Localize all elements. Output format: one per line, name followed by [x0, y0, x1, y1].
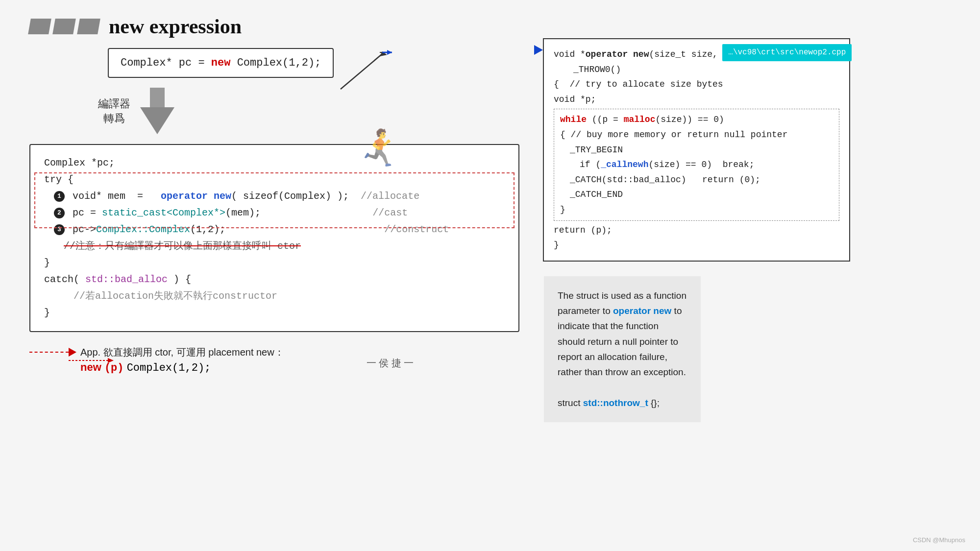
transform-line2: 轉爲 — [98, 111, 130, 126]
comment-cast: //cast — [372, 207, 408, 218]
top-code-box: Complex* pc = new Complex(1,2); — [108, 48, 334, 78]
dotted-line — [29, 352, 69, 353]
bad-alloc: std::bad_alloc — [85, 274, 168, 285]
comment-allocate: //allocate — [361, 191, 419, 202]
cw-line-8: _CATCH(std::bad_alloc) return (0); — [560, 172, 833, 188]
cw-operator-keyword: operator new — [586, 49, 649, 59]
cw-line-6: _TRY_BEGIN — [560, 143, 833, 158]
transform-section: 編譯器 轉爲 — [98, 88, 519, 134]
placement-line2: new (p) Complex(1,2); — [80, 361, 284, 374]
code-line-9: //若allocation失敗就不執行constructor — [44, 288, 505, 305]
icon-block-1 — [28, 19, 51, 34]
transform-label: 編譯器 轉爲 — [98, 96, 130, 126]
blue-arrow-right — [534, 45, 543, 55]
cw-line-2: _THROW0() — [554, 62, 839, 77]
top-code-container: Complex* pc = new Complex(1,2); — [69, 48, 519, 78]
bottom-code-box: Complex *pc; try { 1 void* mem = operato… — [29, 144, 519, 332]
placement-line1: App. 欲直接調用 ctor, 可運用 placement new： — [80, 346, 284, 359]
arrow-head-down — [140, 107, 174, 134]
cw-line-12: } — [554, 238, 839, 253]
icon-block-2 — [52, 19, 76, 34]
code-line-10: } — [44, 305, 505, 321]
top-code-text: Complex* pc = new Complex(1,2); — [121, 57, 321, 69]
decorative-icons — [29, 19, 99, 34]
circle-1: 1 — [54, 191, 65, 202]
circle-2: 2 — [54, 208, 65, 218]
while-section: while ((p = malloc(size)) == 0) { // buy… — [554, 109, 839, 220]
info-box: The struct is used as a function paramet… — [544, 276, 701, 423]
strikethrough-comment: //注意：只有編譯器才可以像上面那樣直接呼叫 ctor — [64, 240, 301, 252]
page-title: new expression — [109, 15, 242, 38]
static-cast: static_cast<Complex*> — [102, 207, 225, 218]
transform-line1: 編譯器 — [98, 96, 130, 111]
cw-line-5: { // buy more memory or return null poin… — [560, 127, 833, 143]
while-keyword: while — [560, 115, 587, 124]
page-header: new expression — [0, 0, 980, 43]
comment-construct: //construct — [384, 224, 449, 235]
left-panel: Complex* pc = new Complex(1,2); 編譯器 轉爲 C… — [29, 48, 519, 422]
code-line-8: catch( std::bad_alloc ) { — [44, 271, 505, 288]
placement-section: App. 欲直接調用 ctor, 可運用 placement new： new … — [29, 346, 519, 374]
code-line-4: 2 pc = static_cast<Complex*>(mem); //cas… — [44, 205, 505, 221]
red-dotted-arrow — [29, 348, 76, 357]
new-keyword: new — [211, 57, 231, 69]
cw-line-4: void *p; — [554, 92, 839, 107]
code-line-5: 3 pc->Complex::Complex(1,2); //construct — [44, 221, 505, 238]
new-p-keyword: new — [80, 361, 101, 373]
main-content: Complex* pc = new Complex(1,2); 編譯器 轉爲 C… — [0, 48, 980, 422]
cw-line-11: return (p); — [554, 223, 839, 238]
right-panel: …\vc98\crt\src\newop2.cpp void *operator… — [534, 38, 951, 422]
code-line-1: Complex *pc; — [44, 155, 505, 171]
circle-3: 3 — [54, 224, 65, 235]
new-p-arg: (p) — [104, 362, 124, 374]
cw-line-10: } — [560, 202, 833, 217]
icon-block-3 — [77, 19, 100, 34]
operator-new-keyword: operator new — [161, 191, 231, 202]
file-badge: …\vc98\crt\src\newop2.cpp — [722, 44, 852, 61]
complex-ctor: Complex(1,2); — [127, 362, 211, 374]
callnewh-keyword: _callnewh — [601, 160, 648, 169]
comment-alloc-fail: //若allocation失敗就不執行constructor — [74, 290, 277, 302]
cw-line-3: { // try to allocate size bytes — [554, 77, 839, 92]
code-line-7: } — [44, 255, 505, 271]
attribution: 一 侯 捷 一 — [367, 357, 414, 370]
info-text-1: The struct is used as a function paramet… — [558, 288, 687, 380]
code-line-6: //注意：只有編譯器才可以像上面那樣直接呼叫 ctor — [44, 238, 505, 255]
arrow-shaft — [150, 88, 165, 107]
arrow-right — [69, 348, 76, 357]
figure-icon: 🏃 — [358, 127, 402, 169]
info-op-new: operator new — [613, 306, 671, 316]
code-line-2: try { — [44, 171, 505, 188]
cw-line-9: _CATCH_END — [560, 187, 833, 202]
code-window-container: …\vc98\crt\src\newop2.cpp void *operator… — [534, 38, 951, 262]
info-struct: struct std::nothrow_t {}; — [558, 395, 687, 410]
nothrow-t-ref: std::nothrow_t — [583, 398, 648, 408]
placement-text-block: App. 欲直接調用 ctor, 可運用 placement new： new … — [80, 346, 284, 374]
cw-line-7: if (_callnewh(size) == 0) break; — [560, 157, 833, 172]
arrow-down-container — [140, 88, 174, 134]
code-window: …\vc98\crt\src\newop2.cpp void *operator… — [543, 38, 850, 262]
cw-while-line: while ((p = malloc(size)) == 0) — [560, 112, 833, 127]
malloc-keyword: malloc — [624, 115, 656, 124]
complex-ctor-call: Complex::Complex — [96, 224, 190, 235]
watermark: CSDN @Mhupnos — [913, 536, 965, 544]
blue-arrow-indicator — [534, 45, 543, 55]
code-line-3: 1 void* mem = operator new( sizeof(Compl… — [44, 188, 505, 205]
